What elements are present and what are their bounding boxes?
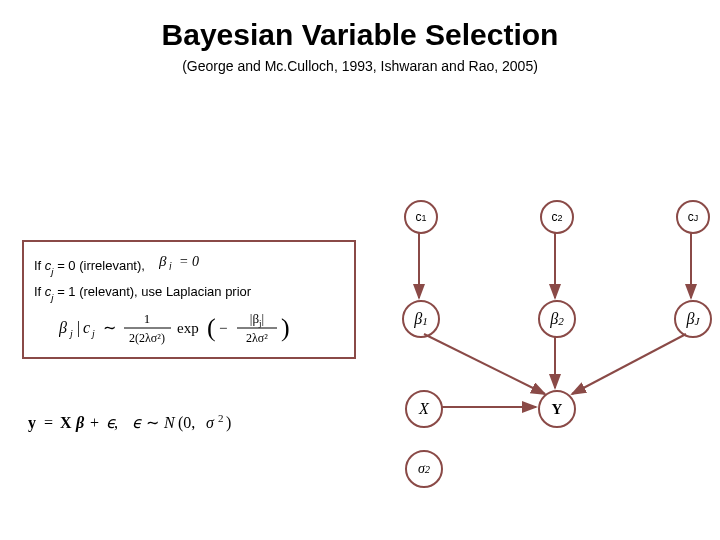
prior-rules-box: If cj = 0 (irrelevant), β j = 0 If cj = …	[22, 240, 356, 359]
svg-line-37	[424, 334, 545, 394]
svg-text:c: c	[83, 319, 90, 336]
svg-text:|: |	[77, 319, 80, 337]
page-title: Bayesian Variable Selection	[0, 18, 720, 52]
node-sigma2: σ2	[405, 450, 443, 488]
node-Y: Y	[538, 390, 576, 428]
node-beta2: β2	[538, 300, 576, 338]
svg-text:ϵ: ϵ	[132, 414, 142, 431]
svg-text:(0,: (0,	[178, 414, 195, 432]
rule-relevant: If cj = 1 (relevant), use Laplacian prio…	[34, 284, 344, 302]
node-betaJ: βJ	[674, 300, 712, 338]
svg-text:exp: exp	[177, 320, 199, 336]
svg-text:β: β	[159, 253, 167, 269]
svg-text:2λσ²: 2λσ²	[246, 331, 268, 345]
svg-text:β: β	[59, 319, 67, 337]
beta-zero-eq: β j = 0	[159, 258, 219, 273]
svg-text:j: j	[167, 260, 172, 270]
model-equation: y = X β + ϵ , ϵ ∼ N (0, σ 2 )	[28, 410, 258, 440]
svg-text:1: 1	[144, 311, 151, 326]
svg-text:j: j	[90, 328, 95, 339]
svg-text:−: −	[219, 320, 227, 336]
svg-text:(: (	[207, 313, 216, 342]
svg-text:+: +	[90, 414, 99, 431]
svg-text:∼: ∼	[146, 414, 159, 431]
node-X: X	[405, 390, 443, 428]
node-c1: c1	[404, 200, 438, 234]
svg-text:σ: σ	[206, 414, 215, 431]
rule-irrelevant: If cj = 0 (irrelevant), β j = 0	[34, 252, 344, 276]
node-beta1: β1	[402, 300, 440, 338]
svg-text:=: =	[44, 414, 53, 431]
svg-text:= 0: = 0	[179, 254, 199, 269]
svg-text:X: X	[60, 414, 72, 431]
svg-text:): )	[281, 313, 290, 342]
citation-subtitle: (George and Mc.Culloch, 1993, Ishwaran a…	[0, 58, 720, 74]
svg-text:|βj|: |βj|	[250, 311, 264, 328]
svg-text:2: 2	[218, 412, 224, 424]
svg-text:2(2λσ²): 2(2λσ²)	[129, 331, 165, 345]
svg-line-39	[572, 334, 686, 394]
svg-text:,: ,	[114, 414, 118, 431]
svg-text:β: β	[75, 414, 85, 432]
svg-text:∼: ∼	[103, 319, 116, 336]
svg-text:N: N	[163, 414, 176, 431]
laplacian-formula: β j | c j ∼ 1 2(2λσ²) exp ( − |βj| 2λσ² …	[34, 309, 344, 349]
svg-text:y: y	[28, 414, 36, 432]
svg-text:): )	[226, 414, 231, 432]
node-cJ: cJ	[676, 200, 710, 234]
svg-text:j: j	[68, 328, 73, 339]
node-c2: c2	[540, 200, 574, 234]
